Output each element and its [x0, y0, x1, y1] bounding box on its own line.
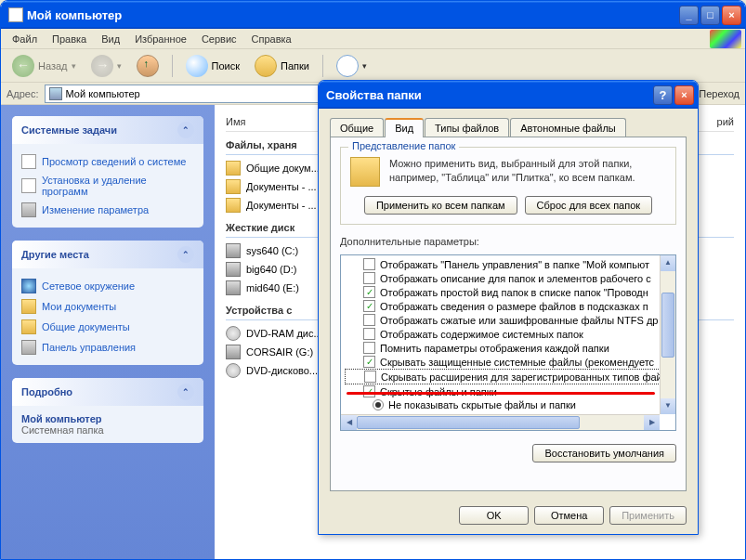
network-icon: [21, 279, 36, 293]
tab-view[interactable]: Вид: [385, 118, 424, 137]
tab-filetypes[interactable]: Типы файлов: [425, 118, 509, 137]
scrollbar-vertical[interactable]: ▲▼: [660, 255, 675, 414]
menu-favorites[interactable]: Избранное: [127, 32, 194, 46]
tree-item[interactable]: Скрывать защищенные системные файлы (рек…: [345, 355, 672, 369]
tab-general[interactable]: Общие: [330, 118, 384, 137]
tree-item[interactable]: Отображать содержимое системных папок: [345, 327, 672, 341]
tab-offline[interactable]: Автономные файлы: [510, 118, 626, 137]
scroll-up-icon[interactable]: ▲: [661, 255, 675, 271]
tree-item[interactable]: Не показывать скрытые файлы и папки: [345, 398, 672, 411]
menu-edit[interactable]: Правка: [45, 32, 94, 46]
folder-views-group: Представление папок Можно применить вид,…: [340, 147, 676, 225]
apply-all-folders-button[interactable]: Применить ко всем папкам: [364, 196, 517, 215]
place-controlpanel[interactable]: Панель управления: [21, 337, 194, 358]
chevron-up-icon[interactable]: ⌃: [177, 122, 194, 138]
computer-icon: [49, 87, 62, 100]
address-value: Мой компьютер: [66, 88, 140, 99]
search-button[interactable]: Поиск: [180, 51, 245, 81]
forward-button[interactable]: ▾: [85, 51, 127, 81]
panel-header[interactable]: Другие места⌃: [12, 241, 203, 268]
cancel-button[interactable]: Отмена: [534, 506, 604, 525]
maximize-button[interactable]: □: [700, 6, 720, 25]
tree-item-label: Отображать сжатые или зашифрованные файл…: [380, 315, 658, 326]
tree-item[interactable]: Отображать описание для папок и элементо…: [345, 271, 672, 285]
place-network[interactable]: Сетевое окружение: [21, 276, 194, 296]
chevron-down-icon: ▾: [362, 61, 367, 71]
minimize-button[interactable]: _: [679, 6, 699, 25]
computer-icon: [8, 7, 23, 22]
task-add-remove[interactable]: Установка и удаление программ: [21, 172, 194, 200]
restore-defaults-button[interactable]: Восстановить умолчания: [532, 444, 676, 462]
dialog-title-bar[interactable]: Свойства папки ? ×: [319, 81, 698, 109]
folder-icon: [226, 161, 241, 176]
scroll-left-icon[interactable]: ◀: [341, 415, 357, 430]
menu-tools[interactable]: Сервис: [194, 32, 244, 46]
place-mydocs[interactable]: Мои документы: [21, 296, 194, 317]
toolbar: Назад▾ ▾ Поиск Папки ▾: [1, 49, 745, 83]
checkbox-icon[interactable]: [363, 286, 375, 298]
place-shared[interactable]: Общие документы: [21, 317, 194, 337]
tree-item-label: Отображать простой вид папок в списке па…: [380, 287, 648, 298]
checkbox-icon[interactable]: [364, 371, 376, 383]
panel-header[interactable]: Системные задачи⌃: [12, 116, 203, 144]
advanced-label: Дополнительные параметры:: [340, 236, 676, 247]
arrow-right-icon: [91, 55, 113, 77]
radio-icon[interactable]: [373, 399, 384, 410]
tree-item-label: Отображать "Панель управления" в папке "…: [380, 259, 649, 270]
col-other[interactable]: рий: [717, 116, 734, 127]
tree-item[interactable]: Отображать сжатые или зашифрованные файл…: [345, 313, 672, 327]
dvd-icon: [226, 326, 241, 341]
checkbox-icon[interactable]: [363, 258, 375, 270]
tree-item[interactable]: Отображать простой вид папок в списке па…: [345, 285, 672, 299]
tree-item[interactable]: Скрывать расширения для зарегистрированн…: [345, 369, 672, 384]
ok-button[interactable]: OK: [459, 506, 529, 525]
tree-item[interactable]: Помнить параметры отображения каждой пап…: [345, 341, 672, 355]
up-button[interactable]: [131, 51, 164, 81]
details-name: Мой компьютер: [21, 413, 194, 424]
scrollbar-thumb[interactable]: [357, 416, 580, 429]
folder-icon: [255, 55, 277, 77]
folders-button[interactable]: Папки: [249, 51, 315, 81]
task-change-setting[interactable]: Изменение параметра: [21, 200, 194, 220]
separator: [322, 55, 323, 77]
checkbox-icon[interactable]: [363, 314, 375, 326]
help-button[interactable]: ?: [653, 85, 673, 105]
panel-header[interactable]: Подробно⌃: [12, 378, 203, 406]
menu-file[interactable]: Файл: [5, 32, 45, 46]
scroll-down-icon[interactable]: ▼: [661, 398, 675, 414]
menu-view[interactable]: Вид: [94, 32, 127, 46]
checkbox-icon[interactable]: [363, 328, 375, 340]
checkbox-icon[interactable]: [363, 300, 375, 312]
apply-button[interactable]: Применить: [609, 506, 687, 525]
menu-help[interactable]: Справка: [244, 32, 299, 46]
sidebar: Системные задачи⌃ Просмотр сведений о си…: [1, 105, 215, 559]
system-tasks-panel: Системные задачи⌃ Просмотр сведений о си…: [12, 116, 203, 228]
views-button[interactable]: ▾: [331, 51, 373, 81]
tree-item-label: Отображать содержимое системных папок: [380, 329, 583, 340]
checkbox-icon[interactable]: [363, 272, 375, 284]
back-button[interactable]: Назад▾: [7, 51, 82, 81]
windows-flag-icon: [710, 30, 741, 48]
checkbox-icon[interactable]: [363, 356, 375, 368]
advanced-settings-tree[interactable]: Отображать "Панель управления" в папке "…: [340, 254, 676, 431]
chevron-up-icon[interactable]: ⌃: [177, 384, 194, 400]
scrollbar-thumb[interactable]: [661, 293, 674, 358]
checkbox-icon[interactable]: [363, 342, 375, 354]
scroll-right-icon[interactable]: ▶: [644, 415, 660, 430]
reset-all-folders-button[interactable]: Сброс для всех папок: [525, 196, 653, 215]
chevron-up-icon[interactable]: ⌃: [177, 246, 194, 263]
task-system-info[interactable]: Просмотр сведений о системе: [21, 151, 194, 172]
programs-icon: [21, 178, 36, 193]
folder-icon: [21, 319, 36, 334]
tree-item[interactable]: Отображать сведения о размере файлов в п…: [345, 299, 672, 313]
scrollbar-horizontal[interactable]: ◀▶: [341, 414, 660, 430]
folder-icon: [226, 179, 241, 194]
separator: [172, 55, 173, 77]
go-button[interactable]: Переход: [699, 88, 739, 99]
tree-item-label: Скрывать расширения для зарегистрированн…: [381, 371, 676, 383]
dialog-close-button[interactable]: ×: [674, 85, 694, 105]
close-button[interactable]: ×: [722, 6, 741, 25]
explorer-title-bar[interactable]: Мой компьютер _ □ ×: [1, 1, 745, 29]
window-title: Мой компьютер: [27, 8, 679, 22]
tree-item[interactable]: Отображать "Панель управления" в папке "…: [345, 257, 672, 271]
